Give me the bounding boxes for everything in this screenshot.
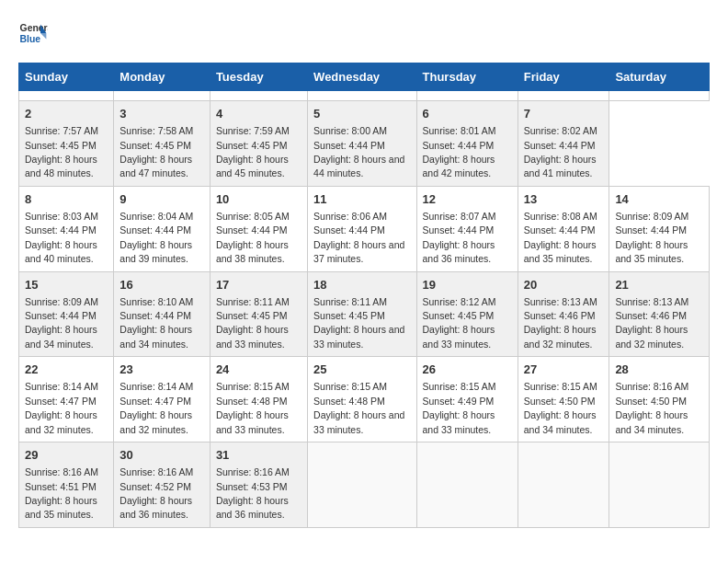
calendar-cell [308, 442, 416, 528]
calendar-cell: 9Sunrise: 8:04 AMSunset: 4:44 PMDaylight… [114, 186, 210, 271]
calendar-cell [114, 91, 210, 101]
calendar-week-row: 22Sunrise: 8:14 AMSunset: 4:47 PMDayligh… [19, 357, 710, 442]
calendar-cell: 28Sunrise: 8:16 AMSunset: 4:50 PMDayligh… [609, 357, 710, 442]
logo-icon: General Blue [18, 18, 48, 48]
calendar-cell [416, 91, 518, 101]
calendar-cell: 16Sunrise: 8:10 AMSunset: 4:44 PMDayligh… [114, 271, 210, 357]
calendar-cell: 18Sunrise: 8:11 AMSunset: 4:45 PMDayligh… [308, 271, 416, 357]
calendar-week-row: 15Sunrise: 8:09 AMSunset: 4:44 PMDayligh… [19, 271, 710, 357]
calendar-cell: 7Sunrise: 8:02 AMSunset: 4:44 PMDaylight… [518, 101, 609, 187]
calendar-cell: 6Sunrise: 8:01 AMSunset: 4:44 PMDaylight… [416, 101, 518, 187]
day-of-week-header: Tuesday [210, 63, 307, 91]
calendar-cell [19, 91, 114, 101]
calendar-week-row: 8Sunrise: 8:03 AMSunset: 4:44 PMDaylight… [19, 186, 710, 271]
calendar-week-row: 29Sunrise: 8:16 AMSunset: 4:51 PMDayligh… [19, 442, 710, 528]
calendar-cell: 29Sunrise: 8:16 AMSunset: 4:51 PMDayligh… [19, 442, 114, 528]
calendar-header-row: SundayMondayTuesdayWednesdayThursdayFrid… [19, 63, 710, 91]
calendar-cell [609, 91, 710, 101]
calendar-cell: 2Sunrise: 7:57 AMSunset: 4:45 PMDaylight… [19, 101, 114, 187]
calendar-table: SundayMondayTuesdayWednesdayThursdayFrid… [18, 63, 710, 528]
day-of-week-header: Wednesday [308, 63, 416, 91]
day-of-week-header: Thursday [416, 63, 518, 91]
calendar-cell: 10Sunrise: 8:05 AMSunset: 4:44 PMDayligh… [210, 186, 307, 271]
svg-text:Blue: Blue [20, 34, 41, 44]
calendar-cell: 19Sunrise: 8:12 AMSunset: 4:45 PMDayligh… [416, 271, 518, 357]
calendar-cell: 30Sunrise: 8:16 AMSunset: 4:52 PMDayligh… [114, 442, 210, 528]
calendar-cell: 14Sunrise: 8:09 AMSunset: 4:44 PMDayligh… [609, 186, 710, 271]
calendar-cell: 11Sunrise: 8:06 AMSunset: 4:44 PMDayligh… [308, 186, 416, 271]
calendar-cell: 4Sunrise: 7:59 AMSunset: 4:45 PMDaylight… [210, 101, 307, 187]
svg-marker-3 [40, 33, 46, 39]
calendar-cell: 15Sunrise: 8:09 AMSunset: 4:44 PMDayligh… [19, 271, 114, 357]
calendar-cell: 8Sunrise: 8:03 AMSunset: 4:44 PMDaylight… [19, 186, 114, 271]
calendar-cell: 21Sunrise: 8:13 AMSunset: 4:46 PMDayligh… [609, 271, 710, 357]
calendar-cell: 25Sunrise: 8:15 AMSunset: 4:48 PMDayligh… [308, 357, 416, 442]
calendar-cell [210, 91, 307, 101]
calendar-cell: 27Sunrise: 8:15 AMSunset: 4:50 PMDayligh… [518, 357, 609, 442]
calendar-cell [609, 442, 710, 528]
calendar-cell: 23Sunrise: 8:14 AMSunset: 4:47 PMDayligh… [114, 357, 210, 442]
day-of-week-header: Monday [114, 63, 210, 91]
calendar-cell: 12Sunrise: 8:07 AMSunset: 4:44 PMDayligh… [416, 186, 518, 271]
calendar-week-row [19, 91, 710, 101]
calendar-cell [308, 91, 416, 101]
calendar-cell: 24Sunrise: 8:15 AMSunset: 4:48 PMDayligh… [210, 357, 307, 442]
calendar-cell: 22Sunrise: 8:14 AMSunset: 4:47 PMDayligh… [19, 357, 114, 442]
calendar-cell: 26Sunrise: 8:15 AMSunset: 4:49 PMDayligh… [416, 357, 518, 442]
day-of-week-header: Sunday [19, 63, 114, 91]
page-header: General Blue [18, 18, 710, 48]
day-of-week-header: Friday [518, 63, 609, 91]
calendar-cell [518, 91, 609, 101]
calendar-week-row: 2Sunrise: 7:57 AMSunset: 4:45 PMDaylight… [19, 101, 710, 187]
day-of-week-header: Saturday [609, 63, 710, 91]
calendar-cell [518, 442, 609, 528]
calendar-cell: 3Sunrise: 7:58 AMSunset: 4:45 PMDaylight… [114, 101, 210, 187]
calendar-cell: 17Sunrise: 8:11 AMSunset: 4:45 PMDayligh… [210, 271, 307, 357]
calendar-cell: 31Sunrise: 8:16 AMSunset: 4:53 PMDayligh… [210, 442, 307, 528]
calendar-cell [416, 442, 518, 528]
logo: General Blue [18, 18, 48, 48]
calendar-cell: 5Sunrise: 8:00 AMSunset: 4:44 PMDaylight… [308, 101, 416, 187]
calendar-cell: 20Sunrise: 8:13 AMSunset: 4:46 PMDayligh… [518, 271, 609, 357]
calendar-cell: 13Sunrise: 8:08 AMSunset: 4:44 PMDayligh… [518, 186, 609, 271]
